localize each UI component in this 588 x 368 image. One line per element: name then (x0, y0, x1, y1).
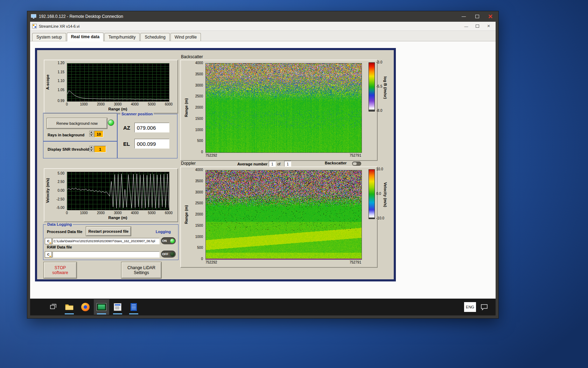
backscatter-section-title: Backscatter (181, 54, 203, 59)
restart-processed-file-button[interactable]: Restart processed file (86, 227, 131, 236)
processed-logging-toggle[interactable]: ON (161, 237, 176, 244)
scanner-position-box: Scanner position AZ 079.006 EL 000.099 (117, 114, 177, 158)
scan-scheduler-button[interactable] (110, 299, 125, 315)
ascope-y-ticks: 1.201.151.101.050.99 (54, 63, 65, 101)
stop-software-button[interactable]: STOP software (44, 262, 77, 278)
backscatter-plot[interactable] (205, 63, 362, 153)
doppler-colorbar (369, 169, 375, 219)
change-lidar-line2: Settings (134, 270, 149, 275)
rdp-computer-icon (31, 14, 36, 19)
velocity-x-axis-title: Range (m) (67, 216, 169, 220)
desktop-background: 192.168.0.122 - Remote Desktop Connectio… (0, 0, 588, 368)
scan-scheduler-icon (114, 303, 121, 311)
raw-path-field[interactable] (52, 251, 160, 258)
app-title: StreamLine XR v14-6.vi (39, 24, 79, 28)
raw-drive-selector[interactable]: C (45, 251, 52, 258)
backscatter-colorbar-title: log B (/m/sr) (383, 61, 388, 114)
stop-software-line1: STOP (55, 265, 66, 270)
raw-logging-toggle[interactable]: OFF (161, 251, 176, 258)
doppler-y-ticks: 40003500300025002000150010005000 (191, 170, 204, 259)
ascope-y-axis-title: A-scope (45, 63, 50, 101)
snr-threshold-label: Display SNR threshold (48, 147, 89, 151)
backscatter-x-ticks: 752292752791 (205, 154, 361, 158)
vi-front-panel: A-scope 1.201.151.101.050.99 01000200030… (30, 41, 496, 299)
tab-strip: System setup Real time data Temp/humidit… (30, 31, 496, 41)
app-minimize-button[interactable]: — (461, 23, 472, 30)
average-of-label: of (277, 162, 280, 166)
el-label: EL (123, 141, 130, 147)
renew-background-button[interactable]: Renew background now (47, 118, 107, 129)
velocity-plot[interactable] (67, 172, 169, 210)
tab-wind-profile[interactable]: Wind profile (170, 33, 201, 41)
rays-value-field[interactable]: 10 (94, 131, 103, 137)
rdp-maximize-button[interactable] (472, 13, 482, 20)
az-value-display: 079.006 (134, 123, 169, 132)
notification-button[interactable] (478, 299, 491, 315)
backscatter-graph-group: Range (m) 400035003000250020001500100050… (180, 60, 378, 161)
raw-logging-led (170, 252, 175, 257)
raw-data-file-label: RAW Data file (47, 245, 72, 249)
processed-toggle-label: ON (162, 239, 167, 243)
doppler-x-ticks: 752292752791 (205, 260, 361, 265)
taskbar: ENG (30, 299, 496, 315)
velocity-y-axis-title: Velocity (m/s) (45, 172, 50, 210)
velocity-y-ticks: 5.002.500.00-2.50-5.00 (54, 172, 65, 210)
backscatter-doppler-switch[interactable] (352, 162, 361, 166)
rdp-titlebar[interactable]: 192.168.0.122 - Remote Desktop Connectio… (27, 11, 498, 22)
tab-scheduling[interactable]: Scheduling (140, 33, 169, 41)
spreadsheet-app-button[interactable] (126, 299, 141, 315)
backscatter-y-ticks: 40003500300025002000150010005000 (191, 63, 204, 152)
backscatter-toggle-label: Backscatter (325, 161, 346, 165)
processed-path-field[interactable]: C:\Lidar\Data\Proc\2023\202309\20230907\… (52, 238, 160, 244)
app-titlebar[interactable]: StreamLine XR v14-6.vi — ✕ (30, 22, 496, 31)
ascope-x-axis-title: Range (m) (67, 107, 169, 111)
velocity-graph-group: Velocity (m/s) 5.002.500.00-2.50-5.00 01… (44, 168, 178, 222)
rays-in-background-label: Rays in background (48, 133, 84, 137)
velocity-x-ticks: 0100020003000400050006000 (67, 211, 169, 215)
tab-system-setup[interactable]: System setup (32, 33, 66, 41)
average-number-label: Average number (237, 162, 267, 166)
main-panel: A-scope 1.201.151.101.050.99 01000200030… (35, 48, 396, 281)
file-explorer-button[interactable] (62, 299, 77, 315)
snr-value-field[interactable]: 1 (94, 146, 106, 152)
renew-background-led (108, 120, 114, 126)
rdp-close-button[interactable]: ✕ (485, 13, 496, 20)
scanner-position-title: Scanner position (120, 112, 154, 116)
tab-temp-humidity[interactable]: Temp/humidity (104, 33, 140, 41)
file-explorer-icon (65, 304, 74, 311)
doppler-plot[interactable] (205, 170, 362, 260)
el-value-display: 000.099 (134, 139, 169, 149)
task-view-icon (50, 304, 57, 311)
streamline-app-button[interactable] (94, 299, 109, 315)
app-maximize-button[interactable] (472, 23, 483, 30)
firefox-button[interactable] (78, 299, 93, 315)
processed-logging-led (170, 239, 175, 243)
spreadsheet-app-icon (131, 303, 137, 311)
rdp-client-area: StreamLine XR v14-6.vi — ✕ System setup … (30, 22, 496, 315)
processed-drive-selector[interactable]: C (45, 238, 52, 244)
rdp-window: 192.168.0.122 - Remote Desktop Connectio… (27, 11, 498, 318)
notification-bubble-icon (481, 304, 488, 311)
doppler-section-title: Doppler (181, 161, 196, 166)
tab-real-time-data[interactable]: Real time data (67, 33, 104, 41)
streamline-app-icon (97, 303, 106, 311)
ascope-graph-group: A-scope 1.201.151.101.050.99 01000200030… (44, 60, 178, 114)
rdp-title: 192.168.0.122 - Remote Desktop Connectio… (39, 14, 123, 19)
backscatter-y-axis-title: Range (m) (184, 63, 189, 152)
task-view-button[interactable] (46, 299, 61, 315)
change-lidar-settings-button[interactable]: Change LiDAR Settings (121, 262, 161, 278)
backscatter-colorbar (369, 62, 375, 111)
background-controls-box: Renew background now Rays in background … (43, 113, 117, 142)
snr-spinner[interactable] (89, 146, 93, 152)
rdp-window-controls: — ✕ (458, 13, 496, 20)
ascope-x-ticks: 0100020003000400050006000 (67, 102, 169, 107)
data-logging-box: Data Logging Processed Data file Restart… (43, 224, 178, 260)
data-logging-title: Data Logging (46, 222, 73, 226)
ascope-plot[interactable] (67, 63, 169, 102)
app-window-controls: — ✕ (461, 23, 494, 30)
rays-spinner[interactable] (89, 131, 93, 137)
app-close-button[interactable]: ✕ (483, 23, 494, 30)
language-indicator[interactable]: ENG (464, 302, 476, 312)
rdp-minimize-button[interactable]: — (458, 13, 469, 20)
doppler-graph-group: Range (m) 400035003000250020001500100050… (180, 166, 378, 268)
